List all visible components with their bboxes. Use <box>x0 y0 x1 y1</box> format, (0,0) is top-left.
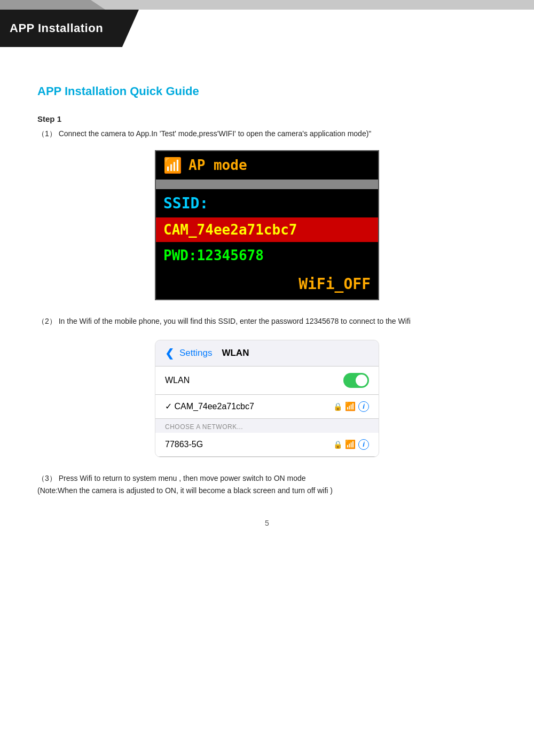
other-wifi-icon: 📶 <box>345 439 356 449</box>
connected-network-icons: 🔒 📶 i <box>333 401 369 412</box>
step1-text1: （1） Connect the camera to App.In 'Test' … <box>37 128 497 141</box>
info-letter: i <box>363 402 365 410</box>
wlan-toggle-row: WLAN <box>155 367 379 394</box>
cam-wifi-off-row: WiFi_OFF <box>156 269 378 299</box>
page-number: 5 <box>37 519 497 527</box>
cam-divider1 <box>156 180 378 189</box>
cam-pwd-row: PWD:12345678 <box>156 242 378 269</box>
connected-network-section: ✓ CAM_74ee2a71cbc7 🔒 📶 i <box>155 395 379 419</box>
cam-ap-mode-text: AP mode <box>189 157 247 173</box>
info-icon[interactable]: i <box>358 401 369 412</box>
header-title: APP Installation <box>10 21 103 35</box>
cam-ssid-label: SSID: <box>163 194 208 212</box>
step1-text3: （3） Press Wifi to return to system menu … <box>37 472 497 498</box>
header-tab-accent <box>0 0 107 11</box>
wifi-strength-icon: 📶 <box>345 401 356 411</box>
step1-label: Step 1 <box>37 114 497 123</box>
other-info-letter: i <box>363 440 365 448</box>
cam-name-text: CAM_74ee2a71cbc7 <box>163 222 297 238</box>
wlan-screen: ❮ Settings WLAN WLAN ✓ CAM_74ee2a71cbc7 … <box>155 340 379 457</box>
cam-wifi-off-text: WiFi_OFF <box>299 275 371 293</box>
wlan-toggle[interactable] <box>343 373 369 388</box>
checkmark-icon: ✓ <box>165 402 174 411</box>
wlan-header: ❮ Settings WLAN <box>155 340 379 367</box>
page-subtitle: APP Installation Quick Guide <box>37 84 497 98</box>
other-lock-icon: 🔒 <box>333 440 342 449</box>
wlan-toggle-section: WLAN <box>155 367 379 395</box>
main-content: APP Installation Quick Guide Step 1 （1） … <box>0 58 534 559</box>
other-network-label: 77863-5G <box>165 440 203 449</box>
wlan-back-label: Settings <box>179 348 212 358</box>
cam-ap-row: 📶 AP mode <box>156 151 378 180</box>
other-info-icon[interactable]: i <box>358 439 369 450</box>
other-network-section: 77863-5G 🔒 📶 i <box>155 433 379 457</box>
lock-icon: 🔒 <box>333 402 342 411</box>
cam-name-row: CAM_74ee2a71cbc7 <box>156 217 378 242</box>
connected-network-label: ✓ CAM_74ee2a71cbc7 <box>165 401 254 411</box>
step1-text2: （2） In the Wifi of the mobile phone, you… <box>37 315 497 328</box>
cam-pwd-text: PWD:12345678 <box>163 247 264 263</box>
header-tab: APP Installation <box>0 0 150 69</box>
back-arrow-icon: ❮ <box>165 347 174 360</box>
header-tab-background: APP Installation <box>0 10 139 47</box>
other-network-row[interactable]: 77863-5G 🔒 📶 i <box>155 433 379 456</box>
connected-network-row[interactable]: ✓ CAM_74ee2a71cbc7 🔒 📶 i <box>155 395 379 418</box>
cam-ssid-row: SSID: <box>156 189 378 217</box>
wlan-title: WLAN <box>222 348 249 358</box>
camera-screen: 📶 AP mode SSID: CAM_74ee2a71cbc7 PWD:123… <box>155 150 379 300</box>
choose-network-header: CHOOSE A NETWORK... <box>155 419 379 433</box>
wlan-label: WLAN <box>165 376 190 385</box>
other-network-icons: 🔒 📶 i <box>333 439 369 450</box>
cam-wifi-icon: 📶 <box>163 157 182 174</box>
connected-ssid: CAM_74ee2a71cbc7 <box>174 402 254 411</box>
